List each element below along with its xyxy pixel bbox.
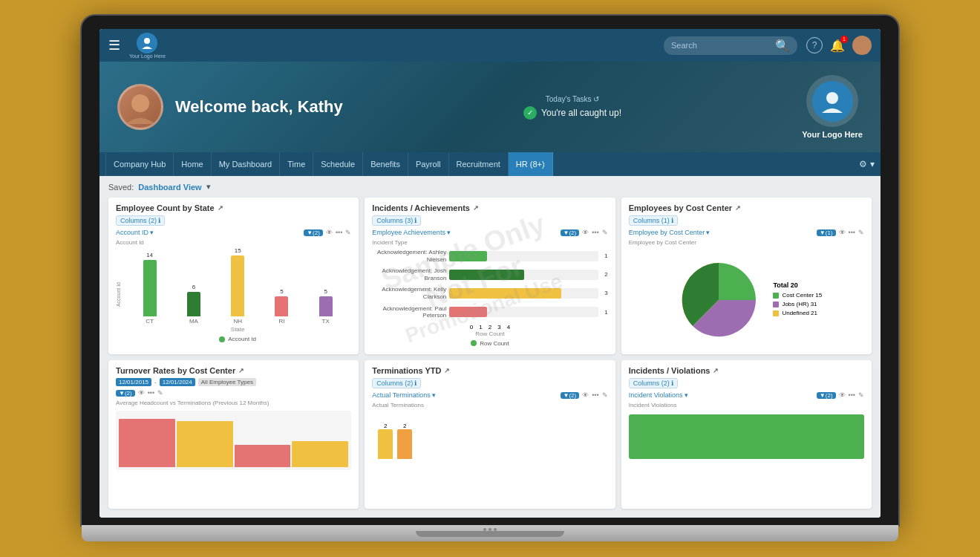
widget-title-cost-center: Employees by Cost Center ↗ xyxy=(629,203,864,212)
logo-circle xyxy=(137,33,157,53)
user-avatar-top[interactable] xyxy=(852,36,872,55)
viol-columns-tag[interactable]: Columns (2) ℹ xyxy=(629,378,678,388)
term-filter-row: Actual Terminations ▾ ▼(2) 👁 ••• ✎ xyxy=(372,391,607,399)
term-filter-badge[interactable]: ▼(2) xyxy=(561,392,580,399)
widget-title-incidents: Incidents / Achievements ↗ xyxy=(372,203,607,212)
incidents-view-icon[interactable]: 👁 xyxy=(582,229,589,236)
expand-icon-incidents[interactable]: ↗ xyxy=(473,204,479,212)
bar-ri: 5 RI xyxy=(262,288,301,325)
incidents-toolbar: Columns (3) ℹ xyxy=(372,215,607,226)
hamburger-icon[interactable]: ☰ xyxy=(108,37,120,53)
viol-view-icon[interactable]: 👁 xyxy=(839,391,846,399)
saved-view-link[interactable]: Dashboard View xyxy=(138,183,201,192)
turnover-avg-label: Average Headcount vs Terminations (Previ… xyxy=(116,400,351,406)
filter-count-badge[interactable]: ▼(2) xyxy=(304,229,323,236)
cost-filter[interactable]: Employee by Cost Center ▾ xyxy=(629,229,710,236)
gear-chevron: ▾ xyxy=(870,159,875,169)
cost-filter-row: Employee by Cost Center ▾ ▼(1) 👁 ••• ✎ xyxy=(629,229,864,236)
employee-types-filter[interactable]: All Employee Types xyxy=(198,378,256,386)
welcome-right: Your Logo Here xyxy=(802,75,863,139)
incidents-filter[interactable]: Employee Achievements ▾ xyxy=(372,229,451,236)
expand-icon-turnover[interactable]: ↗ xyxy=(238,367,244,374)
nav-benefits[interactable]: Benefits xyxy=(363,152,408,176)
search-input[interactable] xyxy=(671,41,775,50)
incidents-y-label: Incident Type xyxy=(372,239,607,246)
nav-time[interactable]: Time xyxy=(280,152,313,176)
viol-edit-icon[interactable]: ✎ xyxy=(858,391,864,399)
nav-schedule[interactable]: Schedule xyxy=(313,152,363,176)
viol-toolbar: Columns (2) ℹ xyxy=(629,378,864,388)
nav-payroll[interactable]: Payroll xyxy=(408,152,449,176)
term-columns-tag[interactable]: Columns (2) ℹ xyxy=(372,378,421,388)
cost-filter-badge[interactable]: ▼(1) xyxy=(817,229,836,236)
laptop-wrapper: ☰ Your Logo Here 🔍 ? 🔔 xyxy=(82,16,898,541)
search-icon: 🔍 xyxy=(775,39,790,53)
employee-by-cost: Employee by Cost Center xyxy=(629,239,864,246)
more-icon[interactable]: ••• xyxy=(336,229,342,236)
cost-columns-tag[interactable]: Columns (1) ℹ xyxy=(629,215,678,226)
term-edit-icon[interactable]: ✎ xyxy=(602,391,608,399)
term-filter[interactable]: Actual Terminations ▾ xyxy=(372,391,435,399)
nav-company-hub[interactable]: Company Hub xyxy=(105,152,174,176)
term-toolbar: Columns (2) ℹ xyxy=(372,378,607,388)
widget-title-employee-count: Employee Count by State ↗ xyxy=(116,203,351,212)
viol-actions: ▼(2) 👁 ••• ✎ xyxy=(817,391,864,399)
columns-tag[interactable]: Columns (2) ℹ xyxy=(116,215,165,226)
help-icon[interactable]: ? xyxy=(806,37,823,53)
turnover-filter-badge[interactable]: ▼(2) xyxy=(116,390,135,397)
viol-filter-badge[interactable]: ▼(2) xyxy=(817,392,836,399)
viol-more-icon[interactable]: ••• xyxy=(849,391,855,399)
expand-icon[interactable]: ↗ xyxy=(218,204,223,212)
turnover-edit-icon[interactable]: ✎ xyxy=(157,389,163,397)
date-range-end[interactable]: 12/01/2024 xyxy=(160,378,195,386)
hbar-chart: Acknowledgement: Ashley Nielsen 1 Acknow… xyxy=(372,249,607,319)
turnover-chart xyxy=(116,411,351,470)
welcome-left: Welcome back, Kathy xyxy=(117,84,343,130)
expand-icon-cost[interactable]: ↗ xyxy=(735,204,741,212)
edit-icon[interactable]: ✎ xyxy=(345,229,351,236)
notification-badge: 1 xyxy=(840,36,848,43)
turnover-more-icon[interactable]: ••• xyxy=(148,389,154,397)
nav-gear[interactable]: ⚙ ▾ xyxy=(859,159,875,169)
welcome-center: Today's Tasks ↺ ✓ You're all caught up! xyxy=(523,95,621,120)
viol-filter[interactable]: Incident Violations ▾ xyxy=(629,391,688,399)
incidents-edit-icon[interactable]: ✎ xyxy=(602,229,608,236)
turnover-action-row: ▼(2) 👁 ••• ✎ xyxy=(116,389,351,397)
widget-title-terminations: Terminations YTD ↗ xyxy=(372,366,607,375)
cost-more-icon[interactable]: ••• xyxy=(849,229,855,236)
incidents-more-icon[interactable]: ••• xyxy=(592,229,598,236)
view-icon[interactable]: 👁 xyxy=(326,229,333,236)
term-view-icon[interactable]: 👁 xyxy=(582,391,589,399)
turnover-actions: ▼(2) 👁 ••• ✎ xyxy=(116,389,163,397)
logo-area: Your Logo Here xyxy=(129,33,166,59)
welcome-banner: Welcome back, Kathy Today's Tasks ↺ ✓ Yo… xyxy=(99,62,881,152)
turnover-filter-row: 12/01/2015 - 12/01/2024 All Employee Typ… xyxy=(116,378,351,386)
search-bar[interactable]: 🔍 xyxy=(664,36,797,55)
incidents-filter-row: Employee Achievements ▾ ▼(2) 👁 ••• ✎ xyxy=(372,229,607,236)
notification-bell[interactable]: 🔔 1 xyxy=(830,39,845,53)
account-id-filter[interactable]: Account ID ▾ xyxy=(116,229,154,236)
nav-recruitment[interactable]: Recruitment xyxy=(449,152,509,176)
pie-container: Total 20 Cost Center 15 Jobs (HR) 31 xyxy=(629,252,864,348)
logo-big-inner xyxy=(812,81,853,122)
svg-point-1 xyxy=(858,39,866,47)
expand-icon-viol[interactable]: ↗ xyxy=(713,367,719,374)
expand-icon-term[interactable]: ↗ xyxy=(444,367,450,374)
incidents-filter-badge[interactable]: ▼(2) xyxy=(561,229,580,236)
cost-edit-icon[interactable]: ✎ xyxy=(858,229,864,236)
nav-my-dashboard[interactable]: My Dashboard xyxy=(212,152,281,176)
nav-hr[interactable]: HR (8+) xyxy=(509,152,553,176)
filter-row: Account ID ▾ ▼(2) 👁 ••• ✎ xyxy=(116,229,351,236)
widget-title-violations: Incidents / Violations ↗ xyxy=(629,366,864,375)
date-range-start[interactable]: 12/01/2015 xyxy=(116,378,151,386)
nav-home[interactable]: Home xyxy=(174,152,211,176)
turnover-view-icon[interactable]: 👁 xyxy=(138,389,145,397)
cost-view-icon[interactable]: 👁 xyxy=(839,229,846,236)
term-more-icon[interactable]: ••• xyxy=(592,391,598,399)
chart-y-label: Account Id xyxy=(116,239,351,246)
incidents-columns-tag[interactable]: Columns (3) ℹ xyxy=(372,215,421,226)
svg-point-0 xyxy=(144,38,150,44)
widget-violations: Incidents / Violations ↗ Columns (2) ℹ I… xyxy=(621,360,872,509)
logo-brand-text: Your Logo Here xyxy=(802,130,863,139)
bar-nh: 15 NH xyxy=(218,247,258,325)
